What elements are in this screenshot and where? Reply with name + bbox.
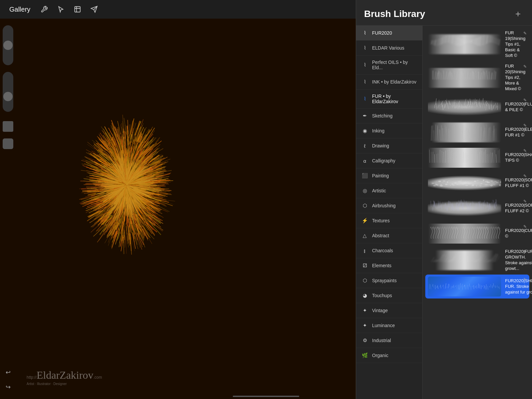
svg-line-72 bbox=[484, 72, 484, 80]
category-item-textures[interactable]: ⚡Textures bbox=[356, 213, 422, 228]
svg-line-42 bbox=[497, 39, 498, 45]
brush-edit-icon-b2[interactable]: ✎ bbox=[523, 64, 527, 69]
opacity-thumb[interactable] bbox=[3, 41, 13, 50]
svg-line-306 bbox=[482, 286, 483, 287]
brush-item-b1[interactable]: FUR 19|Shining Tips #1, Basic & Soft ©✎ bbox=[425, 28, 529, 60]
svg-line-289 bbox=[458, 285, 459, 290]
svg-line-265 bbox=[491, 255, 494, 262]
category-label-calligraphy: Calligraphy bbox=[372, 158, 395, 163]
svg-line-68 bbox=[475, 71, 477, 80]
brush-edit-icon-b7[interactable]: ✎ bbox=[523, 199, 527, 204]
brush-library-panel: Brush Library + ⌇FUR2020⌇ELDAR Various⌇P… bbox=[356, 0, 532, 399]
category-item-industrial[interactable]: ⚙Industrial bbox=[356, 333, 422, 348]
svg-line-98 bbox=[456, 130, 457, 141]
brush-item-b6[interactable]: FUR2020|SOFT FLUFF #1 ©✎ bbox=[425, 171, 529, 195]
brush-edit-icon-b4[interactable]: ✎ bbox=[523, 123, 527, 128]
category-item-painting[interactable]: ⬛Painting bbox=[356, 168, 422, 183]
svg-line-55 bbox=[452, 73, 453, 80]
category-item-inking[interactable]: ◉Inking bbox=[356, 123, 422, 138]
category-item-perfect-oils[interactable]: ⌇Perfect OILS • by Eld... bbox=[356, 56, 422, 75]
brush-item-b8[interactable]: FUR2020|CURLY ©✎ bbox=[425, 222, 529, 246]
svg-line-170 bbox=[495, 150, 495, 163]
svg-line-34 bbox=[483, 35, 484, 46]
brush-name-b4: FUR2020|ELEGANT FUR #1 © bbox=[505, 127, 532, 138]
svg-line-148 bbox=[460, 154, 460, 163]
svg-line-140 bbox=[447, 149, 448, 162]
color-swatch[interactable] bbox=[3, 121, 13, 132]
svg-line-29 bbox=[474, 39, 475, 44]
svg-line-57 bbox=[457, 72, 458, 80]
brush-item-b5[interactable]: FUR2020|SHARP TIPS ©✎ bbox=[425, 146, 529, 170]
size-thumb[interactable] bbox=[3, 92, 13, 101]
opacity-slider[interactable] bbox=[3, 25, 13, 65]
brush-edit-icon-b5[interactable]: ✎ bbox=[523, 148, 527, 153]
category-item-fur2020[interactable]: ⌇FUR2020 bbox=[356, 26, 422, 41]
category-item-fur-by-eldar[interactable]: ⌇FUR • by EldarZakirov bbox=[356, 90, 422, 108]
category-item-elements[interactable]: ⚂Elements bbox=[356, 258, 422, 273]
svg-line-272 bbox=[433, 286, 434, 288]
svg-line-118 bbox=[483, 130, 484, 140]
brush-edit-icon-b9[interactable]: ✎ bbox=[523, 250, 527, 254]
brush-item-b9[interactable]: FUR2020|FUR GROWTH. Stroke against growt… bbox=[425, 247, 529, 274]
svg-line-102 bbox=[462, 125, 463, 141]
category-item-airbrushing[interactable]: ⬡Airbrushing bbox=[356, 198, 422, 213]
svg-line-50 bbox=[444, 71, 444, 80]
category-item-touchups[interactable]: ◕Touchups bbox=[356, 288, 422, 303]
brush-item-b4[interactable]: FUR2020|ELEGANT FUR #1 ©✎ bbox=[425, 120, 529, 144]
category-item-sketching[interactable]: ✒Sketching bbox=[356, 108, 422, 123]
brush-edit-icon-b8[interactable]: ✎ bbox=[523, 224, 527, 229]
category-item-ink[interactable]: ⌇INK • by EldarZakirov bbox=[356, 75, 422, 90]
category-item-calligraphy[interactable]: αCalligraphy bbox=[356, 153, 422, 168]
brush-info-b7: FUR2020|SOFT FLUFF #2 © bbox=[501, 203, 532, 214]
brush-edit-icon-b10[interactable]: ✎ bbox=[523, 277, 527, 282]
category-label-textures: Textures bbox=[372, 218, 390, 223]
svg-line-94 bbox=[451, 130, 451, 141]
brush-item-b3[interactable]: FUR2020|FLUFF & PILE ©✎ bbox=[425, 95, 529, 119]
brush-library-title: Brush Library bbox=[364, 9, 425, 19]
svg-line-97 bbox=[455, 125, 455, 141]
category-item-spraypaints[interactable]: ⬡Spraypaints bbox=[356, 273, 422, 288]
brush-edit-icon-b6[interactable]: ✎ bbox=[523, 174, 527, 178]
selection-icon[interactable] bbox=[56, 4, 66, 15]
category-item-luminance[interactable]: ✦Luminance bbox=[356, 318, 422, 333]
svg-point-188 bbox=[450, 185, 451, 185]
category-item-abstract[interactable]: △Abstract bbox=[356, 228, 422, 243]
svg-line-69 bbox=[478, 72, 479, 80]
brush-item-b7[interactable]: FUR2020|SOFT FLUFF #2 ©✎ bbox=[425, 196, 529, 220]
svg-line-24 bbox=[466, 40, 467, 44]
svg-line-56 bbox=[454, 71, 455, 80]
size-slider[interactable] bbox=[3, 72, 13, 112]
redo-button[interactable]: ↪ bbox=[3, 382, 13, 392]
svg-point-181 bbox=[440, 185, 443, 186]
svg-line-43 bbox=[499, 39, 500, 45]
transform-icon[interactable] bbox=[72, 4, 83, 15]
bottom-scrollbar[interactable] bbox=[233, 396, 299, 397]
brush-item-b10[interactable]: FUR2020|SHORT FUR. Stroke against fur gr… bbox=[425, 275, 529, 299]
brush-edit-icon-b3[interactable]: ✎ bbox=[523, 98, 527, 102]
category-item-artistic[interactable]: ◎Artistic bbox=[356, 183, 422, 198]
category-icon-fur-by-eldar: ⌇ bbox=[361, 96, 368, 102]
svg-line-22 bbox=[463, 39, 464, 45]
gallery-button[interactable]: Gallery bbox=[7, 4, 33, 15]
opacity-value[interactable] bbox=[3, 138, 13, 149]
category-item-drawing[interactable]: ℓDrawing bbox=[356, 138, 422, 153]
category-icon-abstract: △ bbox=[361, 232, 368, 239]
svg-point-225 bbox=[496, 182, 499, 183]
brush-item-b2[interactable]: FUR 20|Shining Tips #2, More & Mixed ©✎ bbox=[425, 62, 529, 94]
category-item-organic[interactable]: 🌿Organic bbox=[356, 348, 422, 363]
brush-edit-icon-b1[interactable]: ✎ bbox=[523, 31, 527, 36]
svg-line-150 bbox=[463, 152, 464, 162]
wrench-icon[interactable] bbox=[39, 4, 50, 15]
share-icon[interactable] bbox=[89, 4, 99, 15]
add-brush-button[interactable]: + bbox=[512, 8, 524, 20]
category-icon-organic: 🌿 bbox=[361, 352, 368, 359]
svg-line-278 bbox=[443, 285, 443, 287]
svg-line-135 bbox=[439, 150, 440, 163]
svg-point-204 bbox=[470, 183, 472, 184]
category-item-charcoals[interactable]: ⫿Charcoals bbox=[356, 243, 422, 258]
category-item-vintage[interactable]: ✦Vintage bbox=[356, 303, 422, 318]
svg-line-290 bbox=[460, 284, 460, 290]
undo-button[interactable]: ↩ bbox=[3, 367, 13, 378]
svg-line-28 bbox=[473, 39, 474, 43]
category-item-eldar-various[interactable]: ⌇ELDAR Various bbox=[356, 41, 422, 56]
